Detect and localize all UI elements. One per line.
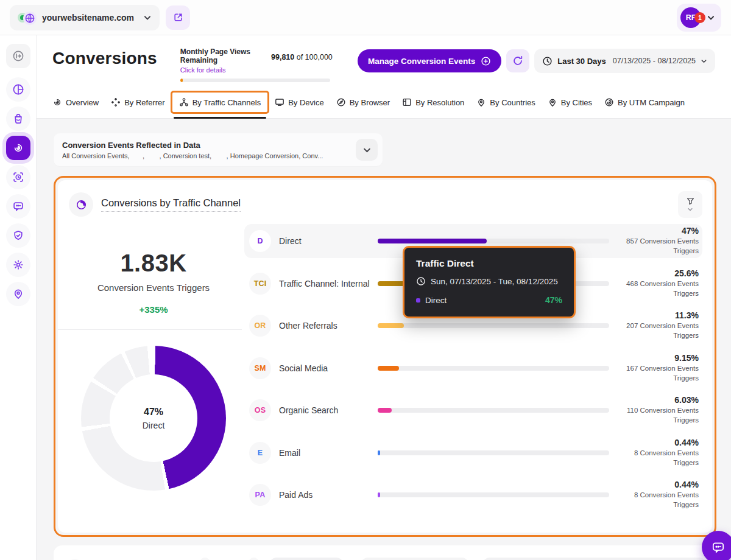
tab-by-traffic-channels[interactable]: By Traffic Channels: [171, 91, 269, 114]
channel-label: Email: [279, 448, 378, 458]
sidebar-item-conversions[interactable]: [6, 136, 30, 160]
refresh-button[interactable]: [506, 49, 529, 72]
sidebar: [0, 35, 37, 560]
page-views-progress: [180, 79, 330, 82]
channel-label: Other Referrals: [279, 321, 378, 331]
channel-row-organic-search[interactable]: OSOrganic Search6.03%110 Conversion Even…: [244, 393, 702, 427]
sidebar-item-analytics[interactable]: [6, 77, 30, 102]
tab-label: By Resolution: [415, 98, 464, 107]
donut-chart-icon: [69, 192, 93, 217]
banner-subtitle: All Conversion Events, , , Conversion te…: [62, 152, 350, 159]
sidebar-item-session-recordings[interactable]: [6, 165, 30, 189]
open-website-button[interactable]: [166, 5, 190, 30]
channel-count: 8 Conversion Events Triggers: [609, 491, 699, 509]
channel-label: Direct: [279, 236, 378, 246]
channel-initials: E: [249, 442, 271, 464]
tab-label: Overview: [66, 98, 99, 107]
channel-row-email[interactable]: EEmail0.44%8 Conversion Events Triggers: [244, 436, 702, 470]
sidebar-item-locations[interactable]: [6, 282, 30, 306]
referrer-icon: [111, 97, 121, 107]
banner-expand-button[interactable]: [356, 139, 378, 161]
tab-by-cities[interactable]: By Cities: [548, 97, 592, 107]
channel-label: Organic Search: [279, 405, 378, 415]
conversion-events-banner: Conversion Events Reflected in Data All …: [54, 133, 383, 166]
tab-by-browser[interactable]: By Browser: [336, 97, 390, 107]
total-conversions: 1.83K: [120, 250, 186, 277]
channel-row-paid-ads[interactable]: PAPaid Ads0.44%8 Conversion Events Trigg…: [244, 478, 702, 512]
gear-icon: [12, 259, 24, 271]
sidebar-item-settings[interactable]: [6, 253, 30, 277]
channel-percent: 6.03%: [609, 395, 699, 405]
resolution-icon: [402, 97, 412, 107]
channel-percent: 9.15%: [609, 353, 699, 363]
tab-by-resolution[interactable]: By Resolution: [402, 97, 464, 107]
website-selector[interactable]: yourwebsitename.com: [10, 5, 160, 30]
website-name: yourwebsitename.com: [42, 13, 134, 23]
chat-icon: [12, 200, 24, 212]
table-filter-button[interactable]: [200, 558, 210, 560]
chart-filter-button[interactable]: [678, 191, 702, 218]
channel-initials: D: [249, 230, 271, 252]
tab-by-referrer[interactable]: By Referrer: [111, 97, 164, 107]
plus-circle-icon: [481, 56, 491, 66]
channel-label: Paid Ads: [279, 490, 378, 500]
pagination: 1: [269, 558, 344, 560]
sidebar-item-privacy[interactable]: [6, 223, 30, 248]
shopping-bag-icon: [12, 113, 24, 125]
chat-support-button[interactable]: [702, 531, 731, 560]
channel-bar: [378, 366, 609, 371]
converted-sessions-dropdown[interactable]: Converted Sessions: [361, 558, 469, 560]
tab-label: By Browser: [350, 98, 390, 107]
channel-initials: PA: [249, 484, 271, 506]
conversions-icon: [12, 142, 24, 154]
notification-badge: 1: [694, 12, 705, 23]
device-icon: [275, 97, 284, 107]
page-views-block: Monthly Page Views Remaining Click for d…: [180, 47, 333, 82]
tab-label: By Traffic Channels: [192, 98, 261, 107]
sidebar-item-store[interactable]: [6, 107, 30, 131]
change-percent: +335%: [139, 304, 168, 315]
date-range-label: Last 30 Days: [557, 57, 606, 66]
channel-row-social-media[interactable]: SMSocial Media9.15%167 Conversion Events…: [244, 351, 702, 385]
profile-menu[interactable]: RF 1: [677, 4, 721, 32]
conversions-by-traffic-channel-card: Conversions by Traffic Channel: [58, 180, 712, 533]
donut-center-label: Direct: [143, 421, 165, 430]
tab-label: By Countries: [490, 98, 535, 107]
chevron-down-icon: [707, 13, 715, 22]
sidebar-item-collapse[interactable]: [6, 44, 30, 68]
sidebar-item-feedback[interactable]: [6, 194, 30, 219]
channel-initials: SM: [249, 357, 271, 379]
tab-by-device[interactable]: By Device: [275, 97, 324, 107]
page-views-progress-fill: [180, 79, 183, 82]
divider: [58, 329, 242, 330]
map-pin-icon: [12, 288, 24, 300]
conversions-table-card: Conversions by Traff... Shown Entries 1-…: [54, 545, 716, 560]
date-range-picker[interactable]: Last 30 Days 07/13/2025 - 08/12/2025: [534, 49, 715, 73]
channel-initials: OS: [249, 399, 271, 421]
show-data-by-control: Show data by: DayWeekMonthYear: [482, 558, 707, 560]
tooltip-series-value: 47%: [545, 295, 562, 305]
manage-conversion-events-button[interactable]: Manage Conversion Events: [358, 49, 501, 72]
tab-by-utm-campaign[interactable]: By UTM Campaign: [604, 97, 685, 107]
overview-icon: [52, 97, 62, 107]
chart-tooltip: Traffic Direct Sun, 07/13/2025 - Tue, 08…: [403, 246, 576, 318]
donut-chart[interactable]: 47% Direct: [81, 346, 226, 491]
channel-percent: 0.44%: [609, 438, 699, 447]
tab-overview[interactable]: Overview: [52, 97, 99, 107]
total-conversions-label: Conversion Events Triggers: [97, 282, 210, 293]
utm-icon: [604, 97, 614, 107]
content: Conversion Events Reflected in Data All …: [37, 119, 731, 560]
channel-initials: OR: [249, 315, 271, 337]
page-size-select[interactable]: 6: [249, 558, 258, 560]
pin-icon: [548, 97, 557, 107]
chevron-down-icon: [701, 58, 707, 65]
external-link-icon: [173, 12, 183, 23]
channel-count: 207 Conversion Events Triggers: [609, 321, 699, 340]
donut-center: 47% Direct: [110, 374, 197, 462]
pie-chart-icon: [12, 83, 24, 96]
tab-label: By UTM Campaign: [618, 98, 685, 107]
click-for-details-link[interactable]: Click for details: [180, 66, 267, 74]
tab-label: By Device: [288, 98, 324, 107]
session-icon: [12, 171, 24, 183]
tab-by-countries[interactable]: By Countries: [476, 97, 535, 107]
